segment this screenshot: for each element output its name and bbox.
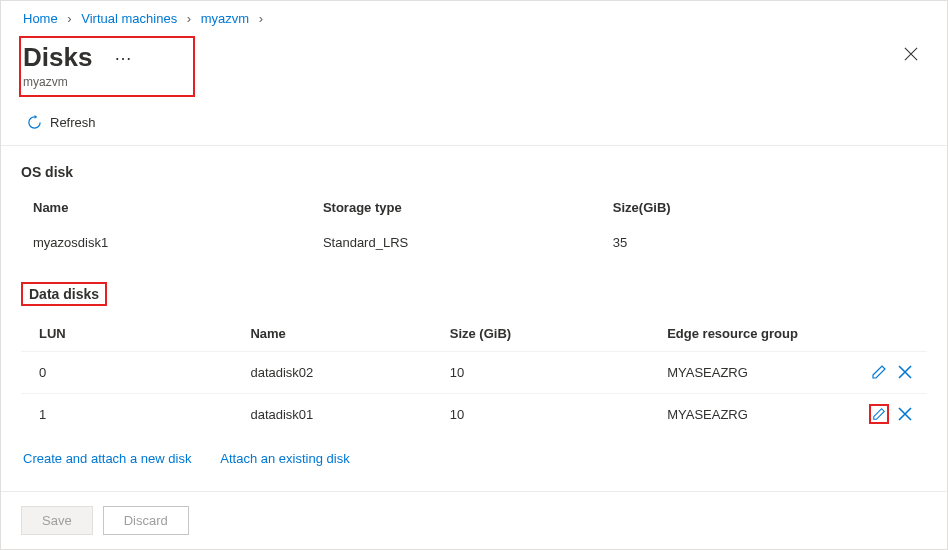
page-subtitle: myazvm [23, 75, 133, 89]
save-button[interactable]: Save [21, 506, 93, 535]
close-button[interactable] [897, 40, 925, 68]
data-col-size: Size (GiB) [438, 316, 655, 352]
edit-disk-button[interactable] [869, 362, 889, 382]
chevron-right-icon: › [259, 11, 263, 26]
discard-button[interactable]: Discard [103, 506, 189, 535]
data-disk-size: 10 [438, 394, 655, 436]
data-disk-name: datadisk01 [238, 394, 437, 436]
pencil-icon [872, 406, 886, 422]
data-col-rg: Edge resource group [655, 316, 854, 352]
refresh-button[interactable]: Refresh [27, 115, 96, 130]
data-col-name: Name [238, 316, 437, 352]
breadcrumb-vm[interactable]: myazvm [201, 11, 249, 26]
data-col-lun: LUN [21, 316, 238, 352]
os-disk-row: myazosdisk1 Standard_LRS 35 [21, 225, 927, 260]
data-disk-rg: MYASEAZRG [655, 352, 854, 394]
detach-disk-button[interactable] [895, 404, 915, 424]
page-title: Disks [23, 42, 92, 73]
create-attach-link[interactable]: Create and attach a new disk [23, 451, 191, 466]
data-disk-lun: 0 [21, 352, 238, 394]
close-icon [904, 47, 918, 61]
chevron-right-icon: › [67, 11, 71, 26]
os-disk-name: myazosdisk1 [21, 225, 311, 260]
breadcrumb-vms[interactable]: Virtual machines [81, 11, 177, 26]
chevron-right-icon: › [187, 11, 191, 26]
refresh-label: Refresh [50, 115, 96, 130]
footer-bar: Save Discard [1, 491, 947, 549]
data-disk-rg: MYASEAZRG [655, 394, 854, 436]
title-highlight: Disks … myazvm [19, 36, 195, 97]
data-disk-name: datadisk02 [238, 352, 437, 394]
toolbar: Refresh [1, 107, 947, 146]
os-disk-storage: Standard_LRS [311, 225, 601, 260]
close-icon [897, 364, 913, 380]
os-disk-table: Name Storage type Size(GiB) myazosdisk1 … [21, 190, 927, 260]
os-disk-section: OS disk Name Storage type Size(GiB) myaz… [1, 146, 947, 260]
page-header: Disks … myazvm [1, 32, 947, 107]
data-disk-lun: 1 [21, 394, 238, 436]
close-icon [897, 406, 913, 422]
os-col-storage: Storage type [311, 190, 601, 225]
attach-existing-link[interactable]: Attach an existing disk [220, 451, 349, 466]
edit-disk-button[interactable] [869, 404, 889, 424]
refresh-icon [27, 115, 42, 130]
detach-disk-button[interactable] [895, 362, 915, 382]
os-col-name: Name [21, 190, 311, 225]
data-disk-row: 1 datadisk01 10 MYASEAZRG [21, 394, 927, 436]
os-disk-heading: OS disk [21, 164, 927, 180]
data-disk-row: 0 datadisk02 10 MYASEAZRG [21, 352, 927, 394]
data-disk-size: 10 [438, 352, 655, 394]
data-disks-heading: Data disks [21, 282, 107, 306]
os-col-size: Size(GiB) [601, 190, 927, 225]
os-disk-size: 35 [601, 225, 927, 260]
more-actions-icon[interactable]: … [114, 44, 133, 64]
data-disks-table: LUN Name Size (GiB) Edge resource group … [21, 316, 927, 435]
pencil-icon [871, 364, 887, 380]
breadcrumb-home[interactable]: Home [23, 11, 58, 26]
disk-action-links: Create and attach a new disk Attach an e… [1, 435, 947, 466]
data-disks-section: Data disks LUN Name Size (GiB) Edge reso… [1, 260, 947, 435]
breadcrumb: Home › Virtual machines › myazvm › [1, 1, 947, 32]
